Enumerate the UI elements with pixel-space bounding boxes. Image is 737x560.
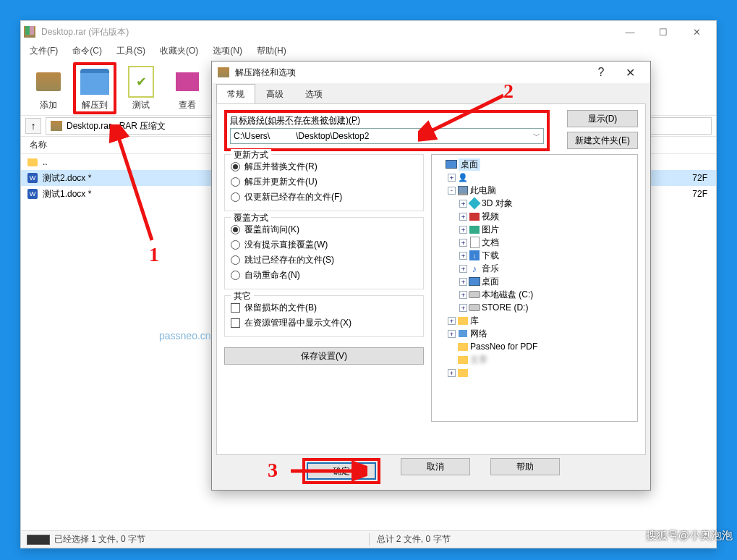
tree-item[interactable]: 文章 [435,353,634,366]
dialog-title: 解压路径和选项 [235,67,587,79]
expand-icon[interactable] [459,226,467,234]
status-bar: 已经选择 1 文件, 0 字节 总计 2 文件, 0 字节 [21,530,716,548]
radio-freshen-only[interactable]: 仅更新已经存在的文件(F) [231,190,417,205]
tree-item[interactable]: 音乐 [435,262,634,275]
status-selection: 已经选择 1 文件, 0 字节 [27,533,369,546]
desktop-icon [469,276,480,287]
desktop-icon [446,159,457,169]
minimize-button[interactable]: — [613,21,647,43]
tree-item[interactable]: PassNeo for PDF [435,340,634,353]
dialog-body: 显示(D) 新建文件夹(E) 目标路径(如果不存在将被创建)(P) C:\Use… [216,103,646,455]
expand-icon[interactable] [459,252,467,260]
window-title: Desktop.rar (评估版本) [41,26,613,38]
tree-item-label: 本地磁盘 (C:) [482,289,533,301]
dialog-titlebar: 解压路径和选项 ? ✕ [212,61,650,83]
radio-skip-existing[interactable]: 跳过已经存在的文件(S) [231,253,417,268]
radio-overwrite-no-prompt[interactable]: 没有提示直接覆盖(W) [231,237,417,253]
maximize-button[interactable]: ☐ [647,21,680,43]
keyboard-icon [27,535,50,545]
dialog-tabs: 常规 高级 选项 [212,83,650,103]
overwrite-mode-group: 覆盖方式 覆盖前询问(K) 没有提示直接覆盖(W) 跳过已经存在的文件(S) 自… [224,217,424,289]
tree-item[interactable]: 网络 [435,327,634,340]
collapse-icon[interactable] [448,187,456,195]
tree-item[interactable]: STORE (D:) [435,301,634,314]
expand-icon[interactable] [448,317,456,325]
extract-dialog: 解压路径和选项 ? ✕ 常规 高级 选项 显示(D) 新建文件夹(E) 目标路径… [211,61,651,491]
menu-options[interactable]: 选项(N) [205,43,250,59]
expand-icon[interactable] [448,369,456,377]
menu-command[interactable]: 命令(C) [65,43,109,59]
radio-auto-rename[interactable]: 自动重命名(N) [231,268,417,283]
tree-item[interactable]: 本地磁盘 (C:) [435,288,634,301]
tree-item-label: 库 [470,315,479,327]
tab-options[interactable]: 选项 [294,84,333,103]
tree-item[interactable] [435,366,634,379]
expand-icon[interactable] [459,213,467,221]
menu-file[interactable]: 文件(F) [22,43,65,59]
folder-icon [457,341,469,352]
new-folder-button[interactable]: 新建文件夹(E) [567,132,638,149]
close-button[interactable]: ✕ [680,21,713,43]
expand-icon[interactable] [459,239,467,247]
view-icon [171,66,203,98]
spacer [448,343,456,351]
check-keep-broken[interactable]: 保留损坏的文件(B) [231,300,417,315]
expand-icon[interactable] [448,174,456,182]
chevron-down-icon[interactable]: ﹀ [533,131,540,141]
save-settings-button[interactable]: 保存设置(V) [224,347,424,365]
tree-item[interactable]: 此电脑 [435,184,634,197]
toolbar-add[interactable]: 添加 [27,62,70,114]
radio-extract-replace[interactable]: 解压并替换文件(R) [231,159,417,174]
menu-help[interactable]: 帮助(H) [250,43,294,59]
folder-icon [457,355,469,365]
expand-icon[interactable] [459,278,467,286]
folder-icon [457,315,469,326]
tree-item-label: PassNeo for PDF [470,341,537,352]
dialog-close-button[interactable]: ✕ [615,66,644,80]
expand-icon[interactable] [459,265,467,273]
expand-icon[interactable] [459,291,467,299]
expand-icon[interactable] [459,200,467,208]
up-button[interactable]: ↑ [25,118,41,134]
tree-item[interactable]: 视频 [435,210,634,223]
help-button[interactable]: 帮助 [490,458,560,475]
toolbar-extract-to[interactable]: 解压到 [73,62,116,114]
tree-item[interactable]: 文档 [435,236,634,249]
tree-item[interactable]: 桌面 [435,158,634,171]
tree-item[interactable]: 图片 [435,223,634,236]
dialog-help-button[interactable]: ? [587,66,615,79]
tree-item[interactable]: 3D 对象 [435,197,634,210]
destination-path-input[interactable]: C:\Users\ \Desktop\Desktop2 ﹀ [230,128,544,144]
tree-item[interactable]: 下载 [435,249,634,262]
cancel-button[interactable]: 取消 [401,458,470,475]
folder-tree[interactable]: 桌面 此电脑3D 对象视频图片文档下载音乐桌面本地磁盘 (C:)STORE (D… [431,154,638,422]
toolbar-test[interactable]: 测试 [119,62,163,114]
expand-icon[interactable] [448,330,456,338]
tree-item[interactable]: 库 [435,314,634,327]
expand-icon[interactable] [459,304,467,312]
radio-ask-overwrite[interactable]: 覆盖前询问(K) [231,222,417,237]
disk-icon [469,302,480,313]
tab-advanced[interactable]: 高级 [255,84,294,103]
ok-button[interactable]: 确定 [307,462,376,480]
show-button[interactable]: 显示(D) [567,110,638,127]
toolbar-view[interactable]: 查看 [166,62,209,114]
docx-icon [27,188,38,200]
check-show-in-explorer[interactable]: 在资源管理器中显示文件(X) [231,315,417,331]
net-icon [457,328,469,339]
menu-fav[interactable]: 收藏夹(O) [153,43,205,59]
tree-item-label [470,367,505,379]
radio-extract-update[interactable]: 解压并更新文件(U) [231,174,417,190]
docx-icon [27,172,38,184]
update-mode-group: 更新方式 解压并替换文件(R) 解压并更新文件(U) 仅更新已经存在的文件(F) [224,154,424,211]
user-icon [457,172,469,182]
menu-tools[interactable]: 工具(S) [109,43,153,59]
tree-item-label: 音乐 [482,263,499,275]
tree-item-label: 桌面 [482,276,499,288]
pic-icon [469,224,480,234]
tree-item[interactable] [435,171,634,184]
tree-item[interactable]: 桌面 [435,275,634,288]
tab-general[interactable]: 常规 [216,84,255,103]
archive-icon [51,121,62,131]
tree-item-label: 图片 [482,224,499,236]
